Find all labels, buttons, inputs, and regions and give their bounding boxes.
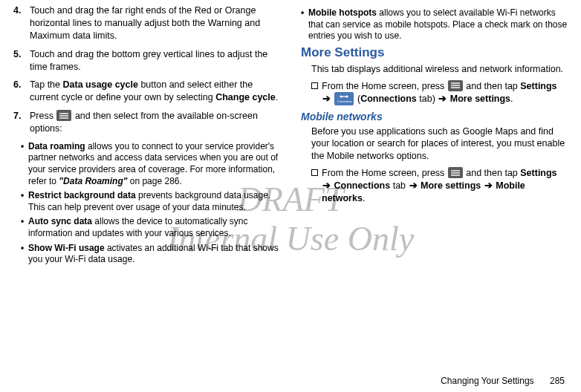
step-text: Press and then select from the available… [30,110,280,135]
square-bullet-icon [311,82,322,90]
bullet-dot: • [21,190,28,213]
left-column: 4. Touch and drag the far right ends of … [13,4,280,269]
menu-icon [448,167,463,178]
step-7: 7. Press and then select from the availa… [13,110,280,135]
page-body: 4. Touch and drag the far right ends of … [0,0,581,269]
instruction-text: From the Home screen, press and then tap… [322,80,568,106]
text-frag: From the Home screen, press [322,168,447,178]
bold-term: Show Wi-Fi usage [28,243,105,253]
step-text: Touch and drag the far right ends of the… [30,4,280,42]
step-5: 5. Touch and drag the bottom grey vertic… [13,48,280,74]
bold-term: Change cycle [215,92,276,102]
bullet-dot: • [21,141,28,187]
step-text: Touch and drag the bottom grey vertical … [30,48,280,74]
bold-term: More settings [421,180,481,191]
bullet-dot: • [21,216,28,239]
option-text: Show Wi-Fi usage activates an additional… [28,243,280,266]
option-show-wifi: • Show Wi-Fi usage activates an addition… [21,243,280,266]
step-number: 6. [13,79,30,104]
bold-term: Data roaming [28,141,85,151]
option-text: Data roaming allows you to connect to yo… [28,141,280,187]
option-text: Auto sync data allows the device to auto… [28,216,280,239]
text-frag: on page 286. [127,176,181,186]
text-frag: Tap the [30,79,62,90]
bold-term: Data usage cycle [62,79,137,90]
text-frag: . [276,92,278,102]
arrow-icon: ➔ [322,94,331,104]
footer-page-number: 285 [550,376,565,386]
step-6: 6. Tap the Data usage cycle button and s… [13,79,280,104]
text-frag: From the Home screen, press [322,81,447,91]
arrow-icon: ➔ [409,180,418,191]
bold-term: Settings [520,168,556,178]
bold-term: More settings [450,94,510,104]
instruction-mobile-networks: From the Home screen, press and then tap… [311,167,568,205]
option-restrict-bg: • Restrict background data prevents back… [21,190,280,213]
square-bullet-icon [311,169,322,177]
menu-icon [56,110,71,121]
right-column: • Mobile hotspots allows you to select a… [301,4,568,269]
step-number: 4. [13,4,30,42]
page-footer: Changing Your Settings 285 [441,376,565,386]
option-text: Mobile hotspots allows you to select ava… [308,7,568,42]
instruction-more-settings: From the Home screen, press and then tap… [311,80,568,106]
arrow-icon: ➔ [484,180,493,191]
option-text: Restrict background data prevents backgr… [28,190,280,213]
svg-rect-2 [341,96,347,97]
arrow-icon: ➔ [322,180,331,191]
connections-icon-label: Connections [337,100,351,103]
connections-icon: Connections [334,92,354,105]
option-mobile-hotspots: • Mobile hotspots allows you to select a… [301,7,568,42]
step-text: Tap the Data usage cycle button and sele… [30,79,280,104]
bullet-dot: • [21,243,28,266]
bold-term: Connections [360,94,417,104]
bold-term: Restrict background data [28,190,136,200]
step-4: 4. Touch and drag the far right ends of … [13,4,280,42]
paragraph: This tab displays additional wireless an… [311,63,568,76]
heading-more-settings: More Settings [301,45,568,60]
instruction-text: From the Home screen, press and then tap… [322,167,568,205]
paragraph: Before you use applications such as Goog… [311,125,568,163]
text-frag: tab) [417,94,438,104]
bold-term: Mobile hotspots [308,7,377,18]
step-number: 5. [13,48,30,74]
option-data-roaming: • Data roaming allows you to connect to … [21,141,280,187]
bold-term: Settings [520,81,556,91]
option-auto-sync: • Auto sync data allows the device to au… [21,216,280,239]
text-frag: and then tap [464,168,520,178]
text-frag: tab [390,180,408,191]
xref: "Data Roaming" [59,176,127,186]
footer-section: Changing Your Settings [441,376,533,386]
text-frag: . [363,193,365,203]
text-frag: and then tap [464,81,520,91]
bullet-dot: • [301,7,308,42]
bold-term: Connections [334,180,390,191]
text-frag: . [510,94,513,104]
menu-icon [448,80,463,91]
arrow-icon: ➔ [438,94,447,104]
bold-term: Auto sync data [28,216,92,226]
text-frag: Press [30,111,56,121]
heading-mobile-networks: Mobile networks [301,111,568,122]
step-number: 7. [13,110,30,135]
